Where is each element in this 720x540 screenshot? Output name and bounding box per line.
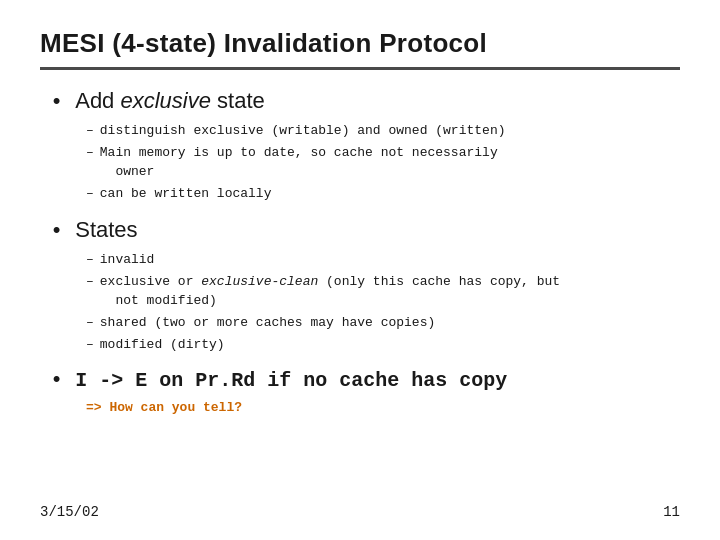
highlight-how-can-you-tell: => How can you tell? [50,400,680,415]
footer-page: 11 [663,504,680,520]
slide-footer: 3/15/02 11 [40,496,680,520]
sub-bullet-modified: – modified (dirty) [86,336,680,355]
section-i-to-e: • I -> E on Pr.Rd if no cache has copy =… [50,369,680,415]
bullet-main-add-exclusive: • Add exclusive state [50,88,680,114]
bullet-dot-1: • [50,92,63,114]
bullet-dot-3: • [50,370,63,392]
sub-bullet-distinguish: – distinguish exclusive (writable) and o… [86,122,680,141]
sub-bullets-add-exclusive: – distinguish exclusive (writable) and o… [50,122,680,203]
sub-bullet-main-memory: – Main memory is up to date, so cache no… [86,144,680,182]
bullet-main-states: • States [50,217,680,243]
slide: MESI (4-state) Invalidation Protocol • A… [0,0,720,540]
bullet-dot-2: • [50,221,63,243]
bullet-main-i-to-e: • I -> E on Pr.Rd if no cache has copy [50,369,680,392]
slide-header: MESI (4-state) Invalidation Protocol [40,28,680,70]
sub-bullet-exclusive: – exclusive or exclusive-clean (only thi… [86,273,680,311]
section-states: • States – invalid – exclusive or exclus… [50,217,680,354]
slide-title: MESI (4-state) Invalidation Protocol [40,28,680,59]
main-text-states: States [75,217,137,243]
sub-bullet-shared: – shared (two or more caches may have co… [86,314,680,333]
sub-bullets-states: – invalid – exclusive or exclusive-clean… [50,251,680,354]
main-text-add-exclusive: Add exclusive state [75,88,265,114]
section-add-exclusive: • Add exclusive state – distinguish excl… [50,88,680,203]
main-text-i-to-e: I -> E on Pr.Rd if no cache has copy [75,369,507,392]
slide-content: • Add exclusive state – distinguish excl… [40,88,680,496]
footer-date: 3/15/02 [40,504,99,520]
sub-bullet-written-locally: – can be written locally [86,185,680,204]
sub-bullet-invalid: – invalid [86,251,680,270]
